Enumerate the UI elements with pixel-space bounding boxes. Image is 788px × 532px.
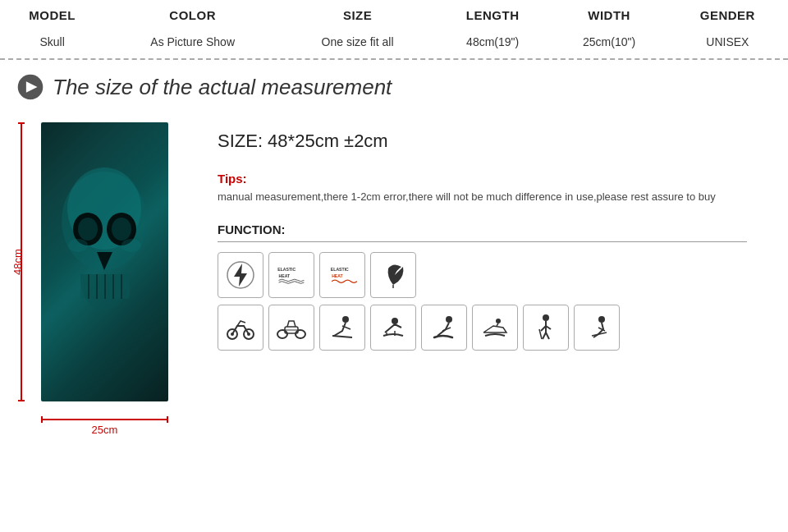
func-icon-sled — [370, 305, 416, 351]
func-icon-lightning — [218, 252, 263, 298]
function-label: FUNCTION: — [218, 222, 747, 242]
svg-point-14 — [121, 239, 141, 252]
svg-marker-18 — [234, 264, 247, 287]
svg-point-39 — [496, 319, 501, 323]
col-header-size: SIZE — [281, 0, 434, 29]
svg-point-28 — [277, 330, 287, 338]
svg-point-32 — [342, 316, 349, 323]
tips-label: Tips: — [218, 172, 747, 186]
func-icon-skiing — [319, 305, 365, 351]
func-icon-heat: ELASTIC HEAT — [319, 252, 365, 298]
col-header-length: LENGTH — [434, 0, 551, 29]
cell-model: Skull — [0, 29, 104, 57]
svg-point-37 — [446, 316, 452, 323]
skull-svg — [49, 131, 160, 393]
info-panel: SIZE: 48*25cm ±2cm Tips: manual measurem… — [168, 114, 772, 374]
cell-length: 48cm(19") — [434, 29, 551, 57]
specs-table: MODEL COLOR SIZE LENGTH WIDTH GENDER Sku… — [0, 0, 788, 57]
col-header-gender: GENDER — [667, 0, 788, 29]
measurement-title-row: The size of the actual measurement — [0, 73, 788, 101]
svg-point-13 — [68, 239, 88, 252]
tips-text: manual measurement,there 1-2cm error,the… — [218, 189, 747, 206]
col-header-model: MODEL — [0, 0, 104, 29]
svg-text:ELASTIC: ELASTIC — [331, 267, 349, 272]
func-icon-cycling — [574, 305, 620, 351]
col-header-color: COLOR — [104, 0, 281, 29]
func-icon-elastic: ELASTIC HEAT — [268, 252, 314, 298]
svg-point-29 — [296, 330, 305, 338]
dim-label-vertical: 48cm — [11, 249, 24, 275]
svg-line-33 — [332, 336, 352, 337]
svg-point-40 — [543, 314, 549, 321]
svg-text:ELASTIC: ELASTIC — [277, 267, 296, 272]
cell-gender: UNISEX — [667, 29, 788, 57]
svg-point-15 — [78, 218, 98, 241]
func-icon-snowboard — [421, 305, 467, 351]
func-icon-motorcycle — [218, 305, 263, 351]
svg-point-34 — [392, 318, 398, 324]
svg-text:HEAT: HEAT — [332, 273, 343, 277]
product-image — [41, 122, 168, 401]
dim-label-horizontal: 25cm — [92, 424, 118, 436]
svg-point-27 — [247, 332, 250, 336]
product-image-container: 48cm — [41, 122, 168, 401]
arrow-circle-icon — [16, 73, 44, 101]
col-header-width: WIDTH — [551, 0, 667, 29]
measurement-title-text: The size of the actual measurement — [53, 75, 392, 100]
func-icon-atv — [268, 305, 314, 351]
section-divider — [0, 58, 788, 60]
cell-width: 25cm(10") — [551, 29, 667, 57]
svg-point-16 — [112, 218, 131, 241]
svg-point-43 — [598, 316, 605, 323]
cell-size: One size fit all — [281, 29, 434, 57]
svg-text:HEAT: HEAT — [279, 273, 291, 277]
function-icons-row2 — [218, 305, 747, 351]
size-text: SIZE: 48*25cm ±2cm — [218, 131, 747, 152]
func-icon-snowmobile — [472, 305, 518, 351]
measurement-section: 48cm — [0, 114, 788, 401]
cell-color: As Picture Show — [104, 29, 281, 57]
svg-point-26 — [231, 332, 234, 336]
function-icons-row1: ELASTIC HEAT ELASTIC HEAT — [218, 252, 747, 298]
func-icon-feather — [370, 252, 416, 298]
func-icon-hiking — [523, 305, 569, 351]
